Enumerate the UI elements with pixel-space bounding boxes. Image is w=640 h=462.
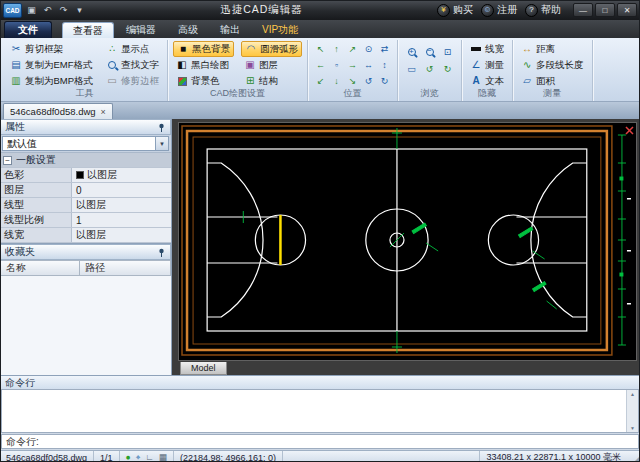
pan-up-button[interactable]: ↑ (329, 41, 344, 56)
pan-right-button[interactable]: → (345, 57, 360, 72)
pan-left-button[interactable]: ← (313, 57, 328, 72)
drawing-viewport[interactable] (178, 122, 637, 361)
black-background-toggle[interactable]: ■ 黑色背景 (173, 41, 234, 57)
snap-toggle-icon[interactable]: ● (126, 453, 131, 462)
fit-width-button[interactable]: ↔ (361, 57, 376, 72)
show-points-button[interactable]: ∴ 显示点 (103, 41, 162, 57)
commandline-input[interactable]: 命令行: (1, 434, 639, 449)
resize-grip[interactable]: ◢ (627, 451, 640, 462)
crosshair-toggle-icon[interactable]: ⌖ (136, 453, 141, 462)
statusbar-dimensions: 33408.21 x 22871.1 x 10000 毫米 (479, 451, 627, 462)
measure-distance-label: 距离 (536, 43, 555, 56)
pin-icon[interactable] (157, 123, 166, 132)
zoom-out-button[interactable] (421, 44, 438, 60)
pan-up-left-button[interactable]: ↖ (313, 41, 328, 56)
document-close-icon[interactable]: × (101, 107, 106, 117)
commandline-history[interactable]: ▲ ▼ (1, 389, 639, 433)
canvas-area: Model (172, 119, 640, 375)
help-button[interactable]: ? 帮助 (525, 3, 561, 17)
quick-menu-chevron-icon[interactable]: ▾ (73, 3, 86, 17)
hide-lineweight-button[interactable]: 线宽 (467, 41, 507, 57)
zoom-window-button[interactable]: ⊡ (439, 44, 456, 60)
collapse-icon[interactable]: − (3, 156, 12, 165)
grid-toggle-icon[interactable]: ▦ (159, 453, 167, 462)
layers-button[interactable]: ▣ 图层 (241, 57, 302, 73)
tab-advanced[interactable]: 高级 (168, 22, 208, 38)
bw-drawing-button[interactable]: ◧ 黑白绘图 (173, 57, 234, 73)
background-color-label: 背景色 (191, 75, 220, 88)
chevron-down-icon[interactable]: ▼ (155, 137, 168, 150)
pan-up-right-button[interactable]: ↗ (345, 41, 360, 56)
section-label: 一般设置 (16, 153, 56, 167)
rotate-cw-button[interactable]: ↻ (377, 73, 392, 88)
layers-label: 图层 (259, 59, 278, 72)
swap-view-button[interactable]: ⇄ (377, 41, 392, 56)
property-value[interactable]: 以图层 (72, 228, 171, 242)
scroll-up-icon[interactable]: ▲ (630, 391, 635, 397)
center-view-button[interactable]: ⊙ (361, 41, 376, 56)
property-label: 图层 (0, 183, 72, 197)
find-text-button[interactable]: 查找文字 (103, 57, 162, 73)
preset-dropdown[interactable]: 默认值 ▼ (2, 136, 169, 151)
previous-view-button[interactable]: ↺ (421, 61, 438, 77)
smooth-arc-label: 圆滑弧形 (260, 43, 298, 56)
favorites-list[interactable] (0, 276, 171, 375)
app-logo: CAD (3, 3, 22, 18)
help-label: 帮助 (541, 3, 561, 17)
tab-vip[interactable]: VIP功能 (252, 22, 308, 38)
pan-down-button[interactable]: ↓ (329, 73, 344, 88)
clip-frame-label: 剪切框架 (25, 43, 63, 56)
redo-icon[interactable]: ↷ (57, 3, 70, 17)
document-tab[interactable]: 546ca68df0d58.dwg × (3, 103, 113, 119)
distance-icon: ↔ (521, 44, 533, 54)
property-section-general[interactable]: − 一般设置 (0, 153, 171, 168)
titlebar: CAD ▣ ↶ ↷ ▾ 迅捷CAD编辑器 ¥ 购买 ☺ 注册 ? 帮助 — □ … (0, 0, 640, 20)
origin-button[interactable]: ▫ (329, 57, 344, 72)
undo-icon[interactable]: ↶ (41, 3, 54, 17)
ribbon: ✂ 剪切框架 ∴ 显示点 ▤ 复制为EMF格式 查找文字 ▥ 复制为BMP (0, 38, 640, 102)
model-tab[interactable]: Model (180, 362, 227, 375)
ortho-toggle-icon[interactable]: ∟ (146, 453, 154, 462)
ribbon-group-position: ↖ ↑ ↗ ⊙ ⇄ ← ▫ → ↔ ↕ ↙ ↓ ↘ ↺ ↻ 位置 (308, 40, 398, 101)
column-name[interactable]: 名称 (0, 260, 80, 276)
scroll-down-icon[interactable]: ▼ (630, 425, 635, 431)
pin-icon[interactable] (157, 248, 166, 257)
pan-down-right-button[interactable]: ↘ (345, 73, 360, 88)
minimize-button[interactable]: — (573, 3, 593, 17)
fit-height-button[interactable]: ↕ (377, 57, 392, 72)
tab-editor[interactable]: 编辑器 (116, 22, 166, 38)
group-label-measure: 测量 (513, 87, 592, 100)
smooth-arc-toggle[interactable]: ◠ 圆滑弧形 (241, 41, 302, 57)
measure-polyline-button[interactable]: ∿ 多段线长度 (518, 57, 587, 73)
buy-button[interactable]: ¥ 购买 (437, 3, 473, 17)
register-button[interactable]: ☺ 注册 (481, 3, 517, 17)
rotate-ccw-button[interactable]: ↺ (361, 73, 376, 88)
tab-viewer[interactable]: 查看器 (62, 22, 114, 38)
clip-frame-button[interactable]: ✂ 剪切框架 (7, 41, 96, 57)
zoom-extents-button[interactable]: ▭ (403, 61, 420, 77)
close-button[interactable]: ✕ (617, 3, 637, 17)
area-icon: ▱ (521, 76, 533, 86)
column-path[interactable]: 路径 (80, 260, 171, 276)
property-value[interactable]: 0 (72, 183, 171, 197)
property-value[interactable]: 1 (72, 213, 171, 227)
refresh-view-button[interactable]: ↻ (439, 61, 456, 77)
commandline-scrollbar[interactable]: ▲ ▼ (626, 390, 638, 432)
magnifier-icon (106, 61, 118, 69)
buy-icon: ¥ (437, 4, 450, 17)
zoom-in-button[interactable] (403, 44, 420, 60)
property-row-linetype: 线型 以图层 (0, 198, 171, 213)
file-menu-button[interactable]: 文件 (4, 21, 52, 38)
save-icon[interactable]: ▣ (25, 3, 38, 17)
measure-distance-button[interactable]: ↔ 距离 (518, 41, 587, 57)
property-value[interactable]: 以图层 (72, 198, 171, 212)
window-controls: — □ ✕ (573, 3, 637, 17)
hide-measure-button[interactable]: ∠ 测量 (467, 57, 507, 73)
basketball-court-drawing[interactable] (179, 123, 636, 360)
tab-output[interactable]: 输出 (210, 22, 250, 38)
copy-emf-button[interactable]: ▤ 复制为EMF格式 (7, 57, 96, 73)
property-value[interactable]: 以图层 (72, 168, 171, 182)
commandline-prompt: 命令行: (6, 435, 39, 449)
pan-down-left-button[interactable]: ↙ (313, 73, 328, 88)
maximize-button[interactable]: □ (595, 3, 615, 17)
